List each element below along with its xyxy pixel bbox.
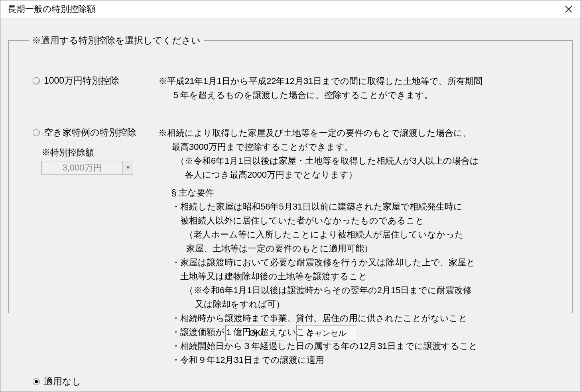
- content-area: ※適用する特別控除を選択してください 1000万円特別控除 ※平成21年1月1日…: [0, 18, 581, 392]
- req-item: ・家屋は譲渡時において必要な耐震改修を行うか又は除却した上で、家屋と: [158, 256, 556, 269]
- radio-label: 適用なし: [44, 375, 81, 388]
- chevron-down-icon: [126, 167, 130, 169]
- radio-icon: [33, 129, 40, 136]
- deduction-group: ※適用する特別控除を選択してください 1000万円特別控除 ※平成21年1月1日…: [8, 34, 573, 313]
- req-item: ・相続時から譲渡時まで事業、貸付、居住の用に供されたことがないこと: [158, 312, 556, 325]
- req-item: （老人ホーム等に入所したことにより被相続人が居住していなかった: [158, 228, 556, 241]
- group-legend: ※適用する特別控除を選択してください: [29, 34, 204, 47]
- desc-line: 各人につき最高2000万円までとなります）: [158, 168, 556, 181]
- radio-label: 空き家特例の特別控除: [44, 126, 136, 139]
- radio-1000man[interactable]: 1000万円特別控除: [33, 74, 158, 87]
- dialog-window: 長期一般の特別控除額 ※適用する特別控除を選択してください 1000万円特別控除: [0, 0, 581, 392]
- desc-line: ※相続により取得した家屋及び土地等を一定の要件のもとで譲渡した場合に、: [158, 126, 556, 139]
- window-title: 長期一般の特別控除額: [8, 3, 96, 15]
- req-item: ・相続した家屋は昭和56年5月31日以前に建築された家屋で相続発生時に: [158, 200, 556, 213]
- req-item: ・譲渡価額が１億円を超えないこと: [158, 325, 556, 339]
- sub-block: ※特別控除額 3,000万円: [33, 147, 158, 174]
- req-item: 又は除却をすれば可）: [158, 298, 556, 311]
- radio-col: 適用なし: [25, 375, 158, 388]
- requirements-list: ・相続した家屋は昭和56年5月31日以前に建築された家屋で相続発生時に 被相続人…: [158, 200, 556, 367]
- req-item: ・令和９年12月31日までの譲渡に適用: [158, 353, 556, 367]
- desc-line: （※令和6年1月1日以後は家屋・土地等を取得した相続人が3人以上の場合は: [158, 154, 556, 167]
- req-header: § 主な要件: [158, 186, 556, 199]
- close-icon: [565, 6, 572, 13]
- radio-col: 空き家特例の特別控除 ※特別控除額 3,000万円: [25, 126, 158, 174]
- req-item: ・相続開始日から３年経過した日の属する年の12月31日までに譲渡すること: [158, 339, 556, 353]
- option-row-none: 適用なし: [25, 375, 556, 388]
- radio-akiya[interactable]: 空き家特例の特別控除: [33, 126, 158, 139]
- desc-line: ※平成21年1月1日から平成22年12月31日までの間に取得した土地等で、所有期…: [158, 74, 556, 88]
- req-item: 家屋、土地等は一定の要件のもとに適用可能）: [158, 242, 556, 255]
- option-row-akiya: 空き家特例の特別控除 ※特別控除額 3,000万円: [25, 126, 556, 367]
- title-bar: 長期一般の特別控除額: [0, 0, 581, 18]
- desc-line: 最高3000万円まで控除することができます。: [158, 140, 556, 153]
- radio-icon: [33, 77, 40, 84]
- close-button[interactable]: [557, 0, 581, 18]
- deduction-amount-dropdown[interactable]: 3,000万円: [41, 161, 133, 174]
- req-item: （※令和6年1月1日以後は譲渡時からその翌年の2月15日までに耐震改修: [158, 284, 556, 297]
- req-item: 土地等又は建物除却後の土地等を譲渡すること: [158, 270, 556, 283]
- options-container: 1000万円特別控除 ※平成21年1月1日から平成22年12月31日までの間に取…: [25, 74, 556, 388]
- radio-label: 1000万円特別控除: [44, 74, 119, 87]
- option-row-1000man: 1000万円特別控除 ※平成21年1月1日から平成22年12月31日までの間に取…: [25, 74, 556, 102]
- radio-col: 1000万円特別控除: [25, 74, 158, 87]
- description: ※平成21年1月1日から平成22年12月31日までの間に取得した土地等で、所有期…: [158, 74, 556, 102]
- sub-label: ※特別控除額: [41, 147, 158, 159]
- desc-line: ５年を超えるものを譲渡した場合に、控除することができます。: [158, 88, 556, 102]
- description: ※相続により取得した家屋及び土地等を一定の要件のもとで譲渡した場合に、 最高30…: [158, 126, 556, 367]
- svg-marker-2: [126, 167, 130, 169]
- dropdown-value: 3,000万円: [42, 162, 122, 174]
- dropdown-arrow: [122, 161, 133, 174]
- req-item: 被相続人以外に居住していた者がいなかったものであること: [158, 214, 556, 227]
- radio-none[interactable]: 適用なし: [33, 375, 158, 388]
- radio-icon: [33, 378, 40, 385]
